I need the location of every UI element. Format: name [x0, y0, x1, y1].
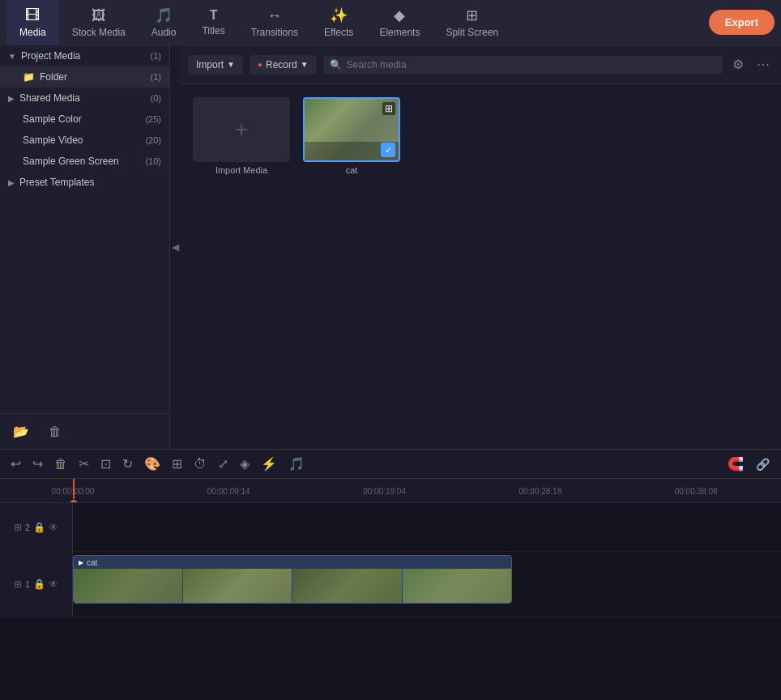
- elements-icon: ◆: [394, 6, 405, 24]
- timecode-2: 00:00:19:04: [363, 487, 406, 496]
- sidebar-item-shared-media[interactable]: ▶ Shared Media (0): [0, 88, 169, 109]
- redo-button[interactable]: ↪: [28, 454, 47, 474]
- cut-button[interactable]: ✂: [75, 454, 93, 474]
- export-button[interactable]: Export: [709, 10, 775, 35]
- toolbar-item-transitions[interactable]: ↔ Transitions: [238, 0, 311, 45]
- timeline-toolbar: ↩ ↪ 🗑 ✂ ⊡ ↻ 🎨 ⊞ ⏱ ⤢ ◈ ⚡ 🎵 🧲 🔗: [0, 450, 781, 479]
- import-dropdown-arrow: ▼: [227, 60, 235, 69]
- transform-button[interactable]: ⊞: [168, 454, 186, 474]
- record-dot-icon: ●: [258, 60, 262, 69]
- sidebar-item-folder[interactable]: 📁 Folder (1): [0, 66, 169, 88]
- toolbar-item-media[interactable]: 🎞 Media: [6, 0, 59, 45]
- clip-frame-2: [183, 569, 292, 603]
- track-row-1: ⊞ 1 🔒 👁 ▶ cat: [0, 552, 781, 617]
- cat-clip[interactable]: ▶ cat: [73, 555, 512, 604]
- cat-media-thumb: ⊞ ✓: [303, 97, 400, 162]
- shared-media-count: (0): [151, 93, 161, 103]
- delete-folder-button[interactable]: 🗑: [42, 420, 68, 442]
- record-dropdown-arrow: ▼: [301, 60, 309, 69]
- cat-clip-header: ▶ cat: [74, 556, 511, 569]
- audio-btn[interactable]: 🎵: [284, 454, 309, 474]
- stock-media-icon: 🖼: [92, 7, 106, 24]
- folder-icon: 📁: [23, 71, 35, 83]
- toolbar-item-stock-media[interactable]: 🖼 Stock Media: [59, 0, 139, 45]
- cat-media-label: cat: [346, 165, 358, 175]
- track1-lock-button[interactable]: 🔒: [33, 578, 45, 590]
- rotate-button[interactable]: ↻: [118, 454, 137, 474]
- search-bar: 🔍: [323, 56, 723, 74]
- search-input[interactable]: [347, 59, 716, 70]
- speed-button[interactable]: ⚡: [257, 454, 281, 474]
- record-label: Record: [266, 59, 297, 70]
- sidebar-item-project-media[interactable]: ▼ Project Media (1): [0, 45, 169, 66]
- cat-media-item[interactable]: ⊞ ✓ cat: [303, 97, 400, 175]
- record-button[interactable]: ● Record ▼: [250, 55, 317, 75]
- import-button[interactable]: Import ▼: [188, 55, 243, 75]
- sidebar-item-preset-templates[interactable]: ▶ Preset Templates: [0, 172, 169, 193]
- import-media-label: Import Media: [216, 165, 267, 175]
- shared-media-label: Shared Media: [19, 92, 80, 104]
- sidebar-item-sample-color[interactable]: Sample Color (25): [0, 109, 169, 130]
- sidebar-item-sample-video[interactable]: Sample Video (20): [0, 130, 169, 151]
- chevron-right-icon2: ▶: [8, 178, 15, 187]
- clip-frame-3: [292, 569, 401, 603]
- sample-green-screen-label: Sample Green Screen: [23, 156, 119, 167]
- grid-view-button[interactable]: ⋯: [753, 53, 773, 75]
- toolbar-item-titles[interactable]: T Titles: [189, 0, 237, 45]
- toolbar-item-effects[interactable]: ✨ Effects: [311, 0, 366, 45]
- import-media-item[interactable]: + Import Media: [193, 97, 290, 175]
- track1-layer-icon: ⊞: [14, 578, 22, 590]
- timecode-1: 00:00:09:14: [207, 487, 250, 496]
- track2-visibility-button[interactable]: 👁: [49, 522, 58, 533]
- crop-button[interactable]: ⊡: [96, 454, 115, 474]
- sample-green-screen-count: (10): [145, 156, 161, 166]
- play-icon: ▶: [79, 559, 83, 566]
- collapse-icon: ◀: [172, 241, 179, 253]
- track2-number: 2: [25, 523, 30, 532]
- add-folder-button[interactable]: 📂: [6, 420, 36, 442]
- marker-button[interactable]: ◈: [236, 454, 254, 474]
- track1-content[interactable]: ▶ cat: [73, 552, 781, 616]
- undo-button[interactable]: ↩: [6, 454, 25, 474]
- timer-button[interactable]: ⏱: [190, 455, 211, 474]
- toolbar-item-split-screen[interactable]: ⊞ Split Screen: [433, 0, 511, 45]
- link-button[interactable]: 🔗: [751, 455, 775, 473]
- media-toolbar: Import ▼ ● Record ▼ 🔍 ⚙ ⋯: [180, 45, 781, 84]
- effects-icon: ✨: [330, 6, 348, 24]
- media-grid: + Import Media ⊞ ✓ cat: [180, 84, 781, 449]
- sample-color-label: Sample Color: [23, 113, 82, 125]
- sidebar-item-sample-green-screen[interactable]: Sample Green Screen (10): [0, 151, 169, 172]
- collapse-handle[interactable]: ◀: [170, 45, 180, 449]
- track2-layer-icon: ⊞: [14, 522, 22, 533]
- main-area: ▼ Project Media (1) 📁 Folder (1) ▶ Share…: [0, 45, 781, 449]
- toolbar-label-transitions: Transitions: [251, 27, 298, 38]
- filter-button[interactable]: ⚙: [729, 53, 747, 75]
- media-icon: 🎞: [25, 7, 40, 24]
- toolbar-item-audio[interactable]: 🎵 Audio: [139, 0, 190, 45]
- toolbar-item-elements[interactable]: ◆ Elements: [366, 0, 433, 45]
- top-toolbar: 🎞 Media 🖼 Stock Media 🎵 Audio T Titles ↔…: [0, 0, 781, 45]
- import-placeholder: +: [235, 117, 248, 143]
- track1-left-panel: ⊞ 1 🔒 👁: [0, 552, 73, 616]
- sample-video-label: Sample Video: [23, 134, 83, 146]
- chevron-down-icon: ▼: [8, 52, 16, 61]
- track2-content[interactable]: [73, 503, 781, 551]
- sidebar: ▼ Project Media (1) 📁 Folder (1) ▶ Share…: [0, 45, 170, 449]
- track2-lock-button[interactable]: 🔒: [33, 522, 45, 533]
- track-rows: ⊞ 2 🔒 👁 ⊞ 1 🔒 👁: [0, 503, 781, 700]
- folder-label: Folder: [40, 71, 67, 83]
- video-icon: ⊞: [382, 102, 395, 115]
- clip-frame-1: [74, 569, 182, 603]
- sample-color-count: (25): [145, 114, 161, 124]
- preset-templates-label: Preset Templates: [19, 177, 95, 188]
- track-row-2: ⊞ 2 🔒 👁: [0, 503, 781, 552]
- snap-button[interactable]: 🧲: [723, 454, 748, 474]
- color-button[interactable]: 🎨: [140, 454, 164, 474]
- sidebar-content: ▼ Project Media (1) 📁 Folder (1) ▶ Share…: [0, 45, 169, 413]
- track1-visibility-button[interactable]: 👁: [49, 578, 58, 590]
- timecode-3: 00:00:28:18: [519, 487, 561, 496]
- chevron-right-icon: ▶: [8, 94, 15, 103]
- timecode-ruler: 00:00:00:00 00:00:09:14 00:00:19:04 00:0…: [0, 479, 781, 503]
- zoom-fit-button[interactable]: ⤢: [214, 454, 233, 474]
- delete-button[interactable]: 🗑: [50, 455, 71, 474]
